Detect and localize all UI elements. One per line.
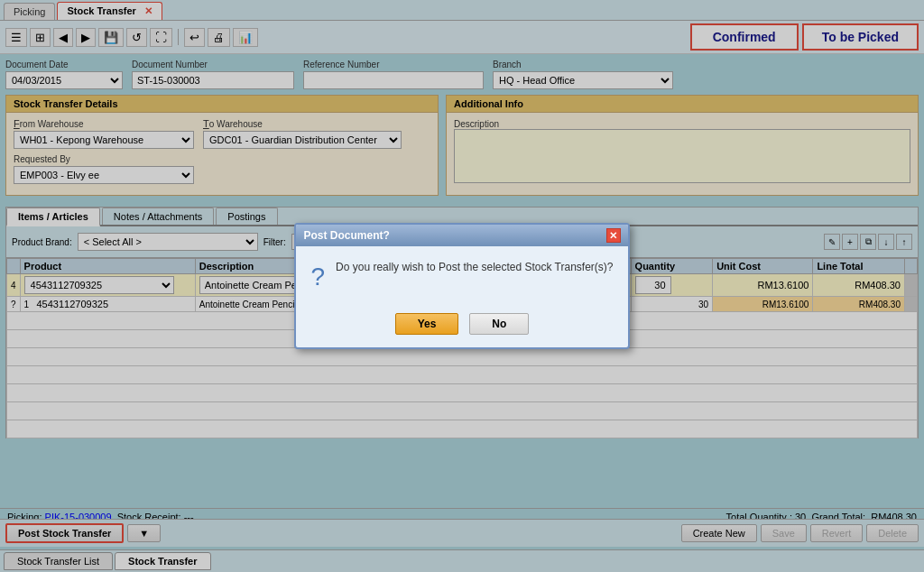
modal-message: Do you really wish to Post the selected … bbox=[336, 261, 613, 273]
modal-title-bar: Post Document? ✕ bbox=[296, 225, 627, 246]
post-document-modal: Post Document? ✕ ? Do you really wish to… bbox=[294, 223, 629, 349]
modal-close-button[interactable]: ✕ bbox=[606, 228, 621, 243]
modal-body: ? Do you really wish to Post the selecte… bbox=[296, 246, 627, 306]
modal-buttons: Yes No bbox=[296, 306, 627, 347]
modal-yes-button[interactable]: Yes bbox=[395, 313, 459, 335]
modal-title: Post Document? bbox=[303, 229, 389, 242]
modal-no-button[interactable]: No bbox=[469, 313, 529, 335]
modal-question-icon: ? bbox=[310, 263, 325, 291]
modal-overlay: Post Document? ✕ ? Do you really wish to… bbox=[0, 0, 924, 572]
